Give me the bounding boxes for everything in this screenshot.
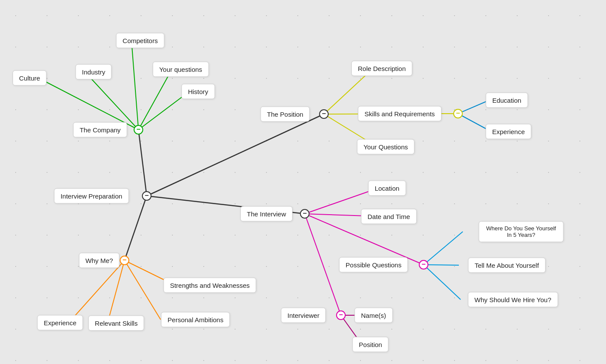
svg-line-1 [147, 114, 324, 196]
svg-line-18 [305, 214, 341, 315]
svg-line-20 [424, 265, 459, 265]
role-description-node[interactable]: Role Description [351, 61, 412, 76]
where-do-you-see-node[interactable]: Where Do You See Yourself In 5 Years? [479, 221, 564, 242]
svg-line-8 [138, 69, 172, 130]
skills-circle[interactable] [453, 109, 463, 118]
svg-line-27 [125, 260, 161, 320]
svg-line-3 [125, 196, 147, 260]
skills-requirements-node[interactable]: Skills and Requirements [358, 106, 441, 121]
svg-line-4 [131, 40, 138, 130]
svg-line-19 [424, 232, 463, 265]
culture-node[interactable]: Culture [13, 71, 47, 86]
history-node[interactable]: History [182, 84, 215, 99]
experience-whyme-node[interactable]: Experience [37, 315, 83, 330]
why-should-we-node[interactable]: Why Should We Hire You? [468, 292, 558, 307]
tell-me-about-node[interactable]: Tell Me About Yourself [468, 258, 545, 273]
interviewer-node[interactable]: Interviewer [281, 308, 326, 323]
competitors-node[interactable]: Competitors [116, 33, 165, 48]
svg-line-0 [138, 130, 147, 196]
your-questions-company-node[interactable]: Your questions [153, 62, 209, 77]
education-node[interactable]: Education [486, 93, 528, 108]
the-position-node[interactable]: The Position [260, 107, 310, 122]
svg-line-6 [85, 72, 138, 130]
position-interviewer-node[interactable]: Position [352, 337, 388, 352]
experience-position-node[interactable]: Experience [485, 124, 531, 139]
possible-questions-circle[interactable] [419, 260, 428, 270]
personal-ambitions-node[interactable]: Personal Ambitions [161, 312, 230, 327]
interviewer-circle[interactable] [336, 310, 346, 320]
location-node[interactable]: Location [368, 181, 406, 196]
date-time-node[interactable]: Date and Time [361, 209, 417, 224]
svg-line-24 [69, 260, 125, 323]
relevant-skills-node[interactable]: Relevant Skills [88, 316, 144, 331]
names-node[interactable]: Name(s) [354, 308, 393, 323]
why-me-circle[interactable] [120, 256, 129, 265]
industry-node[interactable]: Industry [75, 64, 111, 80]
possible-questions-node[interactable]: Possible Questions [339, 257, 408, 273]
the-interview-node[interactable]: The Interview [240, 206, 293, 222]
the-company-node[interactable]: The Company [73, 122, 127, 138]
the-company-circle[interactable] [134, 125, 143, 135]
the-position-circle[interactable] [319, 109, 329, 119]
why-me-node[interactable]: Why Me? [79, 253, 119, 268]
svg-line-13 [458, 100, 489, 114]
strengths-weaknesses-node[interactable]: Strengths and Weaknesses [163, 278, 256, 293]
your-questions-position-node[interactable]: Your Questions [357, 139, 414, 155]
interview-preparation-node[interactable]: Interview Preparation [54, 189, 129, 204]
svg-line-25 [108, 260, 125, 323]
svg-line-21 [424, 265, 461, 300]
interview-prep-circle[interactable] [142, 191, 152, 201]
the-interview-circle[interactable] [300, 209, 310, 219]
